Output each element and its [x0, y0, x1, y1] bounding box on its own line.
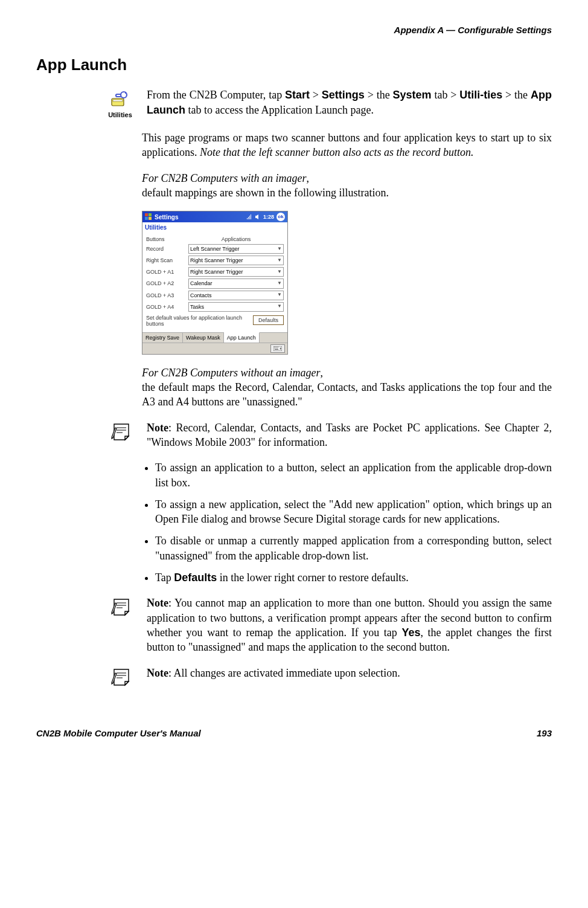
svg-rect-1	[113, 100, 123, 101]
note2-icon-col	[36, 596, 139, 621]
ppc-row-0-dd: Left Scanner Trigger▼	[188, 244, 284, 254]
page-header-right: Appendix A — Configurable Settings	[36, 24, 552, 36]
windows-flag-icon	[145, 213, 152, 221]
svg-rect-9	[274, 347, 275, 347]
svg-rect-13	[275, 348, 275, 349]
utilities-icon	[109, 88, 131, 109]
note-icon	[110, 420, 135, 442]
note2-prefix: Note	[147, 597, 168, 609]
speaker-icon	[255, 214, 261, 220]
ppc-sip-bar	[142, 343, 287, 354]
svg-rect-14	[276, 348, 276, 349]
intro-block: Utilities From the CN2B Computer, tap St…	[36, 88, 552, 120]
ppc-row-2-val: Right Scanner Trigger	[190, 268, 243, 275]
note2-block: Note: You cannot map an application to m…	[36, 596, 552, 654]
ppc-row-5-label: GOLD + A4	[146, 303, 188, 311]
pocketpc-screenshot: Settings 1:28 ok Utilities Buttons Appli…	[142, 211, 288, 354]
signal-icon	[246, 214, 252, 220]
svg-rect-10	[275, 347, 276, 347]
ppc-tabs: Registry Save Wakeup Mask App Launch	[142, 332, 287, 343]
note3-icon-col	[36, 666, 139, 691]
note3-text: Note: All changes are activated immediat…	[147, 666, 552, 680]
intro-start: Start	[285, 89, 310, 101]
ppc-row-0: Record Left Scanner Trigger▼	[146, 244, 284, 254]
chevron-down-icon: ▼	[277, 257, 282, 264]
intro-util1: Utili-	[459, 89, 484, 101]
note3-prefix: Note	[147, 667, 168, 679]
note-icon	[110, 666, 135, 687]
para1: This page programs or maps two scanner b…	[142, 130, 552, 160]
svg-rect-11	[276, 347, 277, 347]
svg-rect-12	[278, 347, 278, 347]
ppc-row-1-label: Right Scan	[146, 257, 188, 264]
ppc-row-1-dd: Right Scanner Trigger▼	[188, 256, 284, 265]
chevron-down-icon: ▼	[277, 269, 282, 275]
note1-icon-col	[36, 420, 139, 446]
note1-block: Note: Record, Calendar, Contacts, and Ta…	[36, 420, 552, 450]
para2c: default mappings are shown in the follow…	[142, 187, 389, 199]
chevron-down-icon: ▼	[277, 292, 282, 298]
intro-settings: Settings	[322, 89, 365, 101]
bullet-4b: Defaults	[174, 572, 217, 584]
intro-prefix: From the CN2B Computer, tap	[147, 89, 285, 101]
utilities-icon-wrap: Utilities	[106, 88, 135, 120]
ppc-row-4-dd: Contacts▼	[188, 291, 284, 300]
intro-util2: ties	[484, 89, 502, 101]
ppc-title-text: Settings	[155, 213, 178, 222]
ppc-row-3: GOLD + A2 Calendar▼	[146, 279, 284, 288]
footer-left: CN2B Mobile Computer User's Manual	[36, 727, 201, 739]
svg-rect-16	[275, 349, 278, 350]
ppc-clock: 1:28	[263, 213, 274, 221]
ppc-ok: ok	[276, 213, 285, 221]
ppc-row-1: Right Scan Right Scanner Trigger▼	[146, 256, 284, 265]
note-icon	[110, 596, 135, 617]
svg-rect-5	[149, 213, 152, 216]
svg-rect-15	[277, 348, 278, 349]
para3a: For CN2B Computers without an imager	[142, 367, 321, 379]
intro-gt1: >	[310, 89, 322, 101]
bullet-2: To assign a new application, select the …	[155, 497, 552, 527]
utilities-icon-col: Utilities	[36, 88, 139, 120]
para3: For CN2B Computers without an imager, th…	[142, 365, 552, 410]
ppc-row-2-label: GOLD + A1	[146, 268, 188, 275]
ppc-header-row: Buttons Applications	[146, 236, 284, 243]
ppc-defaults-row: Set default values for application launc…	[146, 315, 284, 327]
bullet-4a: Tap	[155, 572, 174, 584]
note2-text: Note: You cannot map an application to m…	[147, 596, 552, 654]
svg-rect-4	[145, 213, 148, 216]
footer-right: 193	[537, 727, 552, 739]
intro-tab-gt: tab >	[432, 89, 460, 101]
intro-gt2: > the	[365, 89, 393, 101]
ppc-tab-applaunch: App Launch	[224, 332, 260, 343]
ppc-defaults-text: Set default values for application launc…	[146, 315, 249, 327]
ppc-col-apps: Applications	[188, 236, 284, 243]
bullet-1: To assign an application to a button, se…	[155, 460, 552, 490]
ppc-row-0-label: Record	[146, 245, 188, 253]
note1-text: Note: Record, Calendar, Contacts, and Ta…	[147, 420, 552, 450]
bullet-4c: in the lower right corner to restore def…	[217, 572, 408, 584]
note1-prefix: Note	[147, 422, 168, 434]
para1b: Note that the left scanner button also a…	[200, 146, 474, 158]
ppc-row-4: GOLD + A3 Contacts▼	[146, 291, 284, 300]
utilities-label: Utilities	[108, 111, 132, 120]
para2: For CN2B Computers with an imager, defau…	[142, 171, 552, 201]
para2a: For CN2B Computers with an imager	[142, 172, 307, 184]
ppc-row-0-val: Left Scanner Trigger	[190, 245, 240, 253]
intro-suffix: tab to access the Application Launch pag…	[185, 104, 374, 116]
ppc-row-4-val: Contacts	[190, 292, 212, 299]
svg-rect-6	[145, 217, 148, 220]
ppc-row-1-val: Right Scanner Trigger	[190, 257, 243, 264]
ppc-col-buttons: Buttons	[146, 236, 188, 243]
section-title: App Launch	[36, 54, 552, 76]
intro-gt3: > the	[502, 89, 531, 101]
ppc-row-2: GOLD + A1 Right Scanner Trigger▼	[146, 267, 284, 277]
ppc-defaults-button: Defaults	[253, 315, 284, 325]
ppc-row-5-val: Tasks	[190, 303, 204, 311]
ppc-row-5: GOLD + A4 Tasks▼	[146, 302, 284, 312]
ppc-title-bar: Settings 1:28 ok	[142, 211, 287, 222]
ppc-row-4-label: GOLD + A3	[146, 292, 188, 299]
ppc-row-3-val: Calendar	[190, 280, 213, 287]
intro-text: From the CN2B Computer, tap Start > Sett…	[147, 88, 552, 117]
bullet-4: Tap Defaults in the lower right corner t…	[155, 570, 552, 585]
chevron-down-icon: ▼	[277, 280, 282, 287]
